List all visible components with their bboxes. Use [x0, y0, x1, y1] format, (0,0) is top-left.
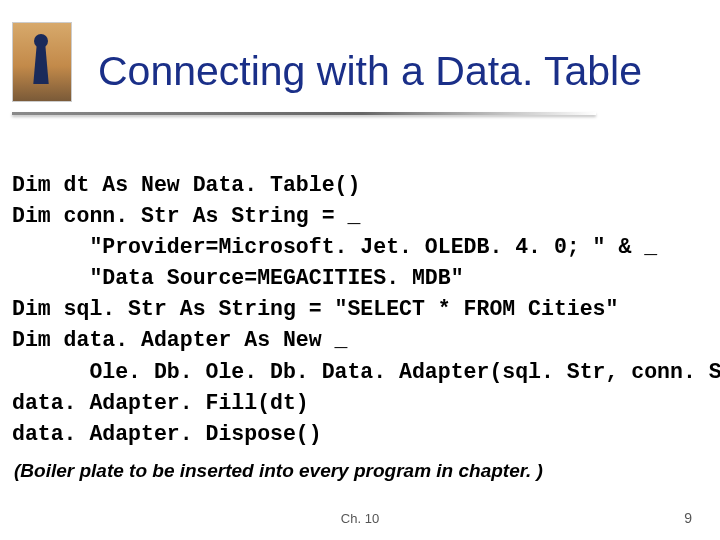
- chapter-label: Ch. 10: [0, 511, 720, 526]
- title-underline: [12, 112, 596, 115]
- logo: [12, 22, 72, 102]
- slide: Connecting with a Data. Table Dim dt As …: [0, 0, 720, 540]
- code-block: Dim dt As New Data. Table() Dim conn. St…: [12, 170, 708, 451]
- boilerplate-note: (Boiler plate to be inserted into every …: [14, 460, 543, 482]
- page-number: 9: [684, 510, 692, 526]
- logo-figure-head: [34, 34, 48, 48]
- slide-title: Connecting with a Data. Table: [98, 48, 642, 95]
